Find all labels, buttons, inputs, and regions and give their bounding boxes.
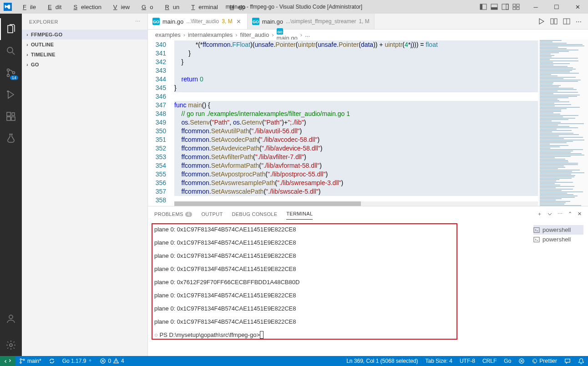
activity-run[interactable] [0,84,22,105]
split-editor-icon[interactable] [563,18,570,25]
editor-tab-actions: ⋯ [531,14,588,29]
terminal-line: plane 0: 0x1C97F8134F4B574CAE11451E9E822… [154,305,522,312]
minimize-button[interactable]: ─ [525,0,546,14]
svg-text:GO: GO [277,30,282,33]
svg-point-10 [7,47,13,53]
terminal-line: plane 0: 0x1C97F8134F4B574CAE11451E9E822… [154,266,522,272]
svg-rect-25 [551,19,553,24]
status-branch[interactable]: main* [15,356,45,366]
svg-rect-16 [7,117,10,120]
svg-rect-1 [480,4,482,10]
svg-rect-17 [11,117,15,120]
panel-more-icon[interactable]: ⋯ [558,211,563,217]
activity-search[interactable] [0,40,22,62]
status-notifications[interactable] [574,358,588,364]
terminal-prompt[interactable]: ○ PS D:\mysetup\gopath\src\ffmpeg-go> [154,331,522,338]
chevron-right-icon: › [24,52,31,57]
maximize-panel-icon[interactable]: ⌃ [568,211,572,217]
statusbar: main* Go 1.17.9 0 4 Ln 369, Col 1 (5068 … [0,356,588,366]
sidebar-section-ffmpeg-go[interactable]: ›FFMPEG-GO [22,30,147,40]
customize-layout-icon[interactable] [512,3,520,10]
minimap[interactable] [538,40,588,206]
code-content[interactable]: *(*ffcommon.FFloat)(unsafe.Pointer(uintp… [174,40,538,206]
svg-point-12 [7,75,10,77]
status-prettier[interactable]: Prettier [528,358,561,364]
panel-tab-output[interactable]: OUTPUT [201,209,223,220]
activity-scm[interactable]: 14 [0,62,22,84]
status-feedback[interactable] [561,358,574,364]
toggle-panel-bottom-icon[interactable] [491,3,498,10]
menu-file[interactable]: File [15,2,40,12]
sidebar-section-timeline[interactable]: ›TIMELINE [22,50,147,60]
run-icon[interactable] [537,18,545,25]
menu-edit[interactable]: Edit [41,2,65,12]
close-tab-icon[interactable]: ✕ [235,18,243,25]
breadcrumb-item[interactable]: internalexamples [188,31,233,38]
activity-settings[interactable] [0,334,22,356]
status-eol[interactable]: CRLF [479,358,500,364]
panel-tab-debug-console[interactable]: DEBUG CONSOLE [232,209,277,220]
editor-tab[interactable]: GOmain.go ...\simplest_ffmpeg_streamer 1… [248,14,375,29]
breadcrumb[interactable]: examples›internalexamples›filter_audio›G… [148,30,588,40]
status-language[interactable]: Go [500,358,515,364]
svg-point-11 [7,69,10,71]
menu-go[interactable]: Go [134,2,157,12]
terminal-instance[interactable]: powershell [533,225,583,235]
breadcrumb-item[interactable]: ... [305,31,310,38]
remote-indicator[interactable] [0,356,15,366]
status-go-version[interactable]: Go 1.17.9 [59,356,96,366]
svg-rect-5 [506,4,508,10]
close-window-button[interactable]: ✕ [567,0,588,14]
panel-tab-terminal[interactable]: TERMINAL [286,208,313,220]
terminal-output[interactable]: plane 0: 0x1C97F8134F4B574CAE11451E9E822… [148,221,529,356]
svg-rect-6 [513,4,516,6]
close-panel-icon[interactable]: ✕ [578,211,582,217]
menu-selection[interactable]: Selection [66,2,105,12]
status-encoding[interactable]: UTF-8 [456,358,479,364]
activity-accounts[interactable] [0,308,22,330]
terminal-line: plane 0: 0x7612F29F70FF66CECBFFBDD1A48CB… [154,279,522,286]
svg-point-35 [23,359,25,361]
activity-extensions[interactable] [0,105,22,127]
activity-explorer[interactable] [0,18,22,40]
svg-text:GO: GO [253,20,259,24]
toggle-panel-right-icon[interactable] [502,3,509,10]
menu-view[interactable]: View [106,2,133,12]
menu-run[interactable]: Run [157,2,183,12]
scrollbar-thumb[interactable] [174,201,361,206]
status-sync[interactable] [45,356,59,366]
menu-terminal[interactable]: Terminal [184,2,222,12]
status-golang-ext[interactable] [515,358,528,364]
new-terminal-icon[interactable]: ＋ [537,211,542,217]
panel: PROBLEMS4OUTPUTDEBUG CONSOLETERMINAL ＋ ⋯… [148,206,588,356]
terminal-instance[interactable]: powershell [533,235,583,244]
code-editor[interactable]: 3403413423433443453463473483493503513523… [148,40,588,206]
more-actions-icon[interactable]: ⋯ [576,18,582,25]
sidebar-section-go[interactable]: ›GO [22,60,147,70]
svg-point-20 [10,344,12,346]
scm-badge: 14 [10,75,18,80]
panel-tab-problems[interactable]: PROBLEMS4 [154,209,192,220]
status-problems[interactable]: 0 4 [96,356,127,366]
breadcrumb-item[interactable]: filter_audio [240,31,269,38]
horizontal-scrollbar[interactable] [174,201,538,206]
svg-rect-3 [491,7,497,10]
split-right-icon[interactable] [550,18,558,25]
breadcrumb-item[interactable]: examples [155,31,181,38]
panel-tabs: PROBLEMS4OUTPUTDEBUG CONSOLETERMINAL ＋ ⋯… [148,206,588,221]
sidebar-section-outline[interactable]: ›OUTLINE [22,40,147,50]
svg-rect-9 [517,7,519,10]
sidebar-more-icon[interactable]: ⋯ [135,19,141,25]
activity-testing[interactable] [0,127,22,149]
editor-tab[interactable]: GOmain.go ...\filter_audio 3, M✕ [148,14,248,29]
status-cursor-position[interactable]: Ln 369, Col 1 (5068 selected) [343,358,421,364]
toggle-panel-left-icon[interactable] [480,3,487,10]
terminal-line: plane 0: 0x1C97F8134F4B574CAE11451E9E822… [154,239,522,246]
editor-group: GOmain.go ...\filter_audio 3, M✕GOmain.g… [148,14,588,356]
maximize-button[interactable]: ☐ [546,0,567,14]
svg-rect-7 [517,4,519,6]
terminal-dropdown-icon[interactable] [547,212,552,216]
window-title: main.go - ffmpeg-go - Visual Studio Code… [226,4,362,10]
status-tab-size[interactable]: Tab Size: 4 [422,358,456,364]
svg-rect-26 [554,19,557,24]
